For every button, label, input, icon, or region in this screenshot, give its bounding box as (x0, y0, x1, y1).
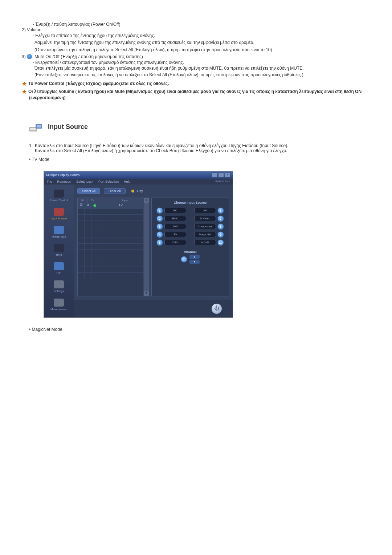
star-note-2-text: Οι λειτουργίες Volume (Ένταση ήχου) και … (28, 89, 362, 100)
col-status (97, 198, 107, 203)
time-icon (54, 244, 64, 252)
star-note-1-text: Το Power Control (Έλεγχος Ισχύος) εφαρμό… (28, 81, 169, 86)
settings-icon (54, 280, 64, 288)
star-icon: ★ (22, 81, 27, 87)
sidebar-item-label: Time (45, 253, 73, 256)
table-row[interactable] (78, 272, 143, 278)
paragraph-1: 1. Κάντε κλικ στο Input Source (Πηγή Εισ… (29, 143, 377, 153)
table-row[interactable] (78, 243, 143, 249)
p1-text: Κάντε κλικ στο Input Source (Πηγή Εισόδο… (35, 143, 377, 148)
star-note-2: ★Οι λειτουργίες Volume (Ένταση ήχου) και… (22, 88, 377, 100)
item-2-dash: - Ελέγχει το επίπεδο της έντασης ήχου τη… (33, 33, 377, 38)
scroll-down-button[interactable]: ▾ (144, 291, 149, 296)
sidebar-item-label: Maintenance (45, 308, 73, 311)
menu-safety-lock[interactable]: Safety Lock (76, 180, 93, 183)
sidebar-item-time[interactable]: Time (44, 242, 74, 260)
badge-4: 4 (156, 231, 163, 238)
app-screenshot: Multiple Display Control _ □ × File Remo… (44, 171, 233, 318)
power-button[interactable] (212, 304, 222, 314)
table-row[interactable]: ☑ 0 TV (78, 203, 143, 208)
minimize-button[interactable]: _ (212, 173, 217, 178)
table-row[interactable] (78, 267, 143, 272)
image-size-icon (54, 226, 64, 234)
brand-label: SAMSUNG (215, 180, 230, 183)
row-id: 0 (85, 203, 91, 208)
sidebar-item-input-source[interactable]: Input Source (44, 206, 74, 224)
sidebar-item-label: Power Control (45, 199, 73, 202)
busy-label: Busy (136, 189, 143, 193)
input-source-panel: Choose Input Source 1PC 2BNC 3DVI 4TV 5D… (151, 198, 229, 296)
sidebar-item-label: Settings (45, 289, 73, 293)
table-row[interactable] (78, 208, 143, 214)
table-row[interactable] (78, 249, 143, 255)
row-status (91, 203, 98, 208)
table-row[interactable] (78, 238, 143, 243)
menu-port-selection[interactable]: Port Selection (98, 180, 119, 183)
src-magicnet-button[interactable]: MagicNet (194, 232, 216, 237)
src-av-button[interactable]: AV (194, 208, 216, 213)
sidebar-item-image-size[interactable]: Image Size (44, 224, 74, 242)
item-3-row: 3) Mute On /Off (Έναρξη / παύση μηδενισμ… (22, 54, 377, 59)
input-source-icon (54, 208, 64, 216)
col-checkbox[interactable]: ☑ (78, 198, 87, 203)
channel-down-button[interactable]: ▾ (189, 260, 200, 264)
badge-8: 8 (217, 223, 224, 230)
maintenance-icon (54, 299, 64, 307)
row-input: TV (98, 203, 143, 208)
star-note-1: ★Το Power Control (Έλεγχος Ισχύος) εφαρμ… (22, 80, 377, 87)
sidebar-item-settings[interactable]: Settings (44, 278, 74, 296)
busy-indicator: Busy (131, 189, 143, 193)
sidebar-item-pip[interactable]: PIP (44, 260, 74, 278)
badge-5: 5 (156, 239, 163, 246)
table-row[interactable] (78, 232, 143, 238)
item-3-line3: (Εάν επιλέξετε να αναιρέσετε τις επιλογέ… (34, 72, 377, 78)
power-onoff-line: - Έναρξη / παύση λειτουργίας (Power On/O… (33, 22, 377, 27)
table-row[interactable] (78, 255, 143, 261)
scrollbar[interactable]: ▴ ▾ (143, 198, 149, 296)
channel-up-button[interactable]: ▴ (189, 255, 200, 259)
grid-body: ☑ 0 TV (78, 203, 143, 296)
panel-title: Choose Input Source (174, 201, 207, 204)
sidebar-item-maintenance[interactable]: Maintenance (44, 296, 74, 315)
sidebar-item-label: Image Size (45, 235, 73, 238)
item-2-line2: Λαμβάνει την τιμή της έντασης ήχου της ε… (34, 40, 377, 45)
src-dvi-button[interactable]: DVI (164, 224, 186, 229)
badge-7: 7 (217, 215, 224, 222)
src-tv-button[interactable]: TV (164, 232, 186, 237)
item-3-label: Mute On /Off (Έναρξη / παύση μηδενισμού … (34, 54, 143, 59)
svg-rect-3 (37, 125, 41, 127)
row-checkbox[interactable]: ☑ (78, 203, 85, 208)
menu-help[interactable]: Help (124, 180, 131, 183)
clear-all-button[interactable]: Clear All (104, 188, 126, 194)
section-title: Input Source (48, 123, 88, 131)
table-row[interactable] (78, 261, 143, 267)
select-all-button[interactable]: Select All (77, 188, 100, 194)
menu-file[interactable]: File (47, 180, 52, 183)
maximize-button[interactable]: □ (218, 173, 224, 178)
table-row[interactable] (78, 214, 143, 220)
toolbar: Select All Clear All Busy (74, 185, 233, 198)
close-button[interactable]: × (225, 173, 230, 178)
src-component-button[interactable]: Component (194, 224, 216, 229)
p2-text: Κάντε κλικ στο Select All (Επιλογή όλων)… (35, 148, 377, 153)
window-buttons: _ □ × (212, 173, 230, 178)
section-icon (29, 122, 44, 132)
src-bnc-button[interactable]: BNC (164, 216, 186, 221)
sidebar-item-power[interactable]: Power Control (44, 187, 74, 206)
badge-10: 10 (217, 239, 224, 246)
table-row[interactable] (78, 226, 143, 232)
src-hdmi-button[interactable]: HDMI (194, 240, 216, 245)
device-grid: ☑ ID Input ☑ 0 TV (77, 198, 149, 296)
src-svideo-button[interactable]: S-Video (194, 216, 216, 221)
src-pc-button[interactable]: PC (164, 208, 186, 213)
table-row[interactable] (78, 220, 143, 226)
item-3-num: 3) (22, 54, 26, 59)
badge-3: 3 (156, 223, 163, 230)
badge-11: 11 (181, 256, 187, 263)
item-2-volume: 2) Volume (22, 27, 377, 32)
badge-1: 1 (156, 207, 163, 214)
src-dtv-button[interactable]: DTV (164, 240, 186, 245)
scroll-up-button[interactable]: ▴ (144, 198, 149, 203)
badge-6: 6 (217, 207, 224, 214)
menu-remocon[interactable]: Remocon (57, 180, 72, 183)
